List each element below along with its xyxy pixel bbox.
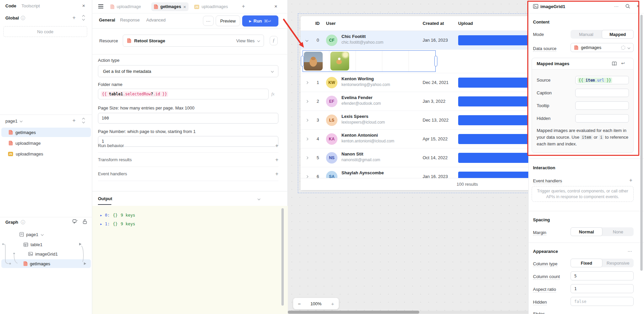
disclosure-triangle-icon[interactable]: ▶ [100,214,102,217]
upload-button[interactable] [458,153,528,163]
editor-scrollbar[interactable] [281,208,284,306]
resize-handle-left[interactable] [301,56,304,66]
dog-image-1[interactable] [304,52,323,71]
aspect-ratio-input[interactable]: 1 [571,284,634,293]
zoom-level[interactable]: 100% [310,301,321,306]
table-row[interactable]: 5 NS Nanon Stit nanonstit@gmail.com Oct … [301,148,528,167]
table-row[interactable]: 1 KW Kenton Worling kentonworling@yahoo.… [301,73,528,92]
table-row[interactable]: 3 LS Lexis Speers lexisspeers@icloud.com… [301,111,528,130]
book-icon[interactable] [612,61,617,66]
dog-image-2[interactable] [330,52,349,71]
sidebar-item-getimages[interactable]: getImages [1,128,91,137]
sidebar-item-uploadimages[interactable]: JS uploadImages [1,149,91,159]
upload-button[interactable] [458,96,528,106]
editor-tab-uploadimages[interactable]: JS uploadImages [192,2,231,11]
margin-option-none[interactable]: None [602,227,634,236]
page-size-input[interactable]: 100 [98,113,278,124]
expand-row-icon[interactable] [306,138,308,140]
plus-icon[interactable]: + [275,143,278,149]
inspector-scrollbar[interactable] [640,15,643,271]
reset-icon[interactable]: ↩ [621,61,625,66]
zoom-out-button[interactable]: − [298,301,301,307]
column-type-option-fixed[interactable]: Fixed [571,259,602,267]
table-component[interactable]: ID User Created at Upload 0 CF Chic Foot… [301,16,528,190]
image-grid-component[interactable] [303,50,436,72]
preview-button[interactable]: Preview [216,15,240,26]
column-header-id[interactable]: ID [315,21,320,26]
expand-row-icon[interactable] [306,119,308,122]
margin-option-normal[interactable]: Normal [571,227,602,236]
table-row[interactable]: 0 CF Chic Footitt chic.footitt@yahoo.com… [301,31,528,50]
sort-icon[interactable] [83,15,85,20]
table-row[interactable]: 2 EF Evelina Fender efender@outlook.com … [301,92,528,111]
run-button[interactable]: ▶ Run ⌘↵ [242,15,278,27]
section-run-behavior[interactable]: Run behavior+ [98,139,278,153]
tab-response[interactable]: Response [120,17,140,23]
app-canvas[interactable]: ID User Created at Upload 0 CF Chic Foot… [288,0,528,314]
folder-name-input[interactable]: {{ table1.selectedRow?.id }} [98,89,269,99]
column-header-user[interactable]: User [326,21,336,26]
resource-select[interactable]: Retool Storage View files [123,35,264,47]
appearance-more-icon[interactable]: ··· [628,249,632,254]
column-header-upload[interactable]: Upload [458,21,473,26]
tab-advanced[interactable]: Advanced [146,17,166,23]
add-event-handler-icon[interactable]: + [629,177,632,183]
menu-icon[interactable] [98,4,103,8]
close-icon[interactable]: × [637,3,640,9]
comment-icon[interactable] [72,219,78,224]
page-section-title[interactable]: page1 [5,119,17,124]
table-row[interactable]: 4 KA Kenton Antonioni kenton.antonioni@i… [301,130,528,148]
source-input[interactable]: {{ item.url }} [575,76,629,84]
chevron-down-icon[interactable] [20,120,22,122]
tab-toolscript[interactable]: Toolscript [21,3,40,8]
expand-row-icon[interactable] [306,175,308,178]
upload-button[interactable] [458,78,528,88]
add-code-icon[interactable]: + [72,15,75,21]
lock-icon[interactable] [83,219,87,224]
new-tab-icon[interactable]: + [242,3,245,9]
mode-option-manual[interactable]: Manual [571,30,602,39]
column-count-input[interactable]: 5 [571,271,634,280]
event-handlers-placeholder[interactable]: Trigger queries, control components, or … [532,186,634,202]
hidden-property-input[interactable] [571,297,634,306]
sidebar-item-uploadimage[interactable]: uploadImage [1,138,91,148]
data-source-select[interactable]: getImages [571,43,634,52]
resize-handle-right[interactable] [434,56,437,66]
section-event-handlers[interactable]: Event handlers+ [98,167,278,181]
close-editor-icon[interactable]: × [274,3,277,9]
sort-icon[interactable] [83,118,85,123]
column-header-created[interactable]: Created at [423,21,444,26]
editor-tab-uploadimage[interactable]: uploadImage [108,2,144,11]
tab-general[interactable]: General [99,17,115,23]
add-query-icon[interactable]: + [72,118,75,124]
tab-code[interactable]: Code [5,3,16,8]
upload-button[interactable] [458,134,528,144]
action-type-select[interactable]: Get a list of file metadata [98,65,278,77]
canvas-hscrollbar-thumb[interactable] [288,311,419,314]
search-icon[interactable] [625,4,630,9]
collapse-row-icon[interactable] [306,39,308,42]
disclosure-triangle-icon[interactable]: ▶ [100,223,102,226]
caption-input[interactable] [575,89,629,97]
expand-row-icon[interactable] [306,81,308,84]
more-icon[interactable]: ··· [614,4,619,9]
view-files-link[interactable]: View files [236,38,255,43]
mode-option-mapped[interactable]: Mapped [602,30,634,39]
column-type-option-responsive[interactable]: Responsive [602,259,634,267]
output-row[interactable]: ▶ 0: {} 9 keys [100,212,135,219]
fx-icon[interactable]: fx [271,91,274,97]
upload-button[interactable] [458,115,528,125]
close-icon[interactable]: × [82,3,85,8]
tooltip-input[interactable] [575,101,629,110]
zoom-in-button[interactable]: + [331,301,334,307]
section-transform-results[interactable]: Transform results+ [98,153,278,167]
more-button[interactable]: ··· [203,16,214,26]
output-row[interactable]: ▶ 1: {} 9 keys [100,221,135,227]
editor-tab-getimages[interactable]: getImages × [151,2,189,11]
plus-icon[interactable]: + [275,171,278,177]
expand-row-icon[interactable] [306,100,308,103]
close-tab-icon[interactable]: × [183,4,186,9]
hidden-input[interactable] [575,114,629,123]
plus-icon[interactable]: + [275,157,278,163]
upload-button[interactable] [458,35,528,45]
